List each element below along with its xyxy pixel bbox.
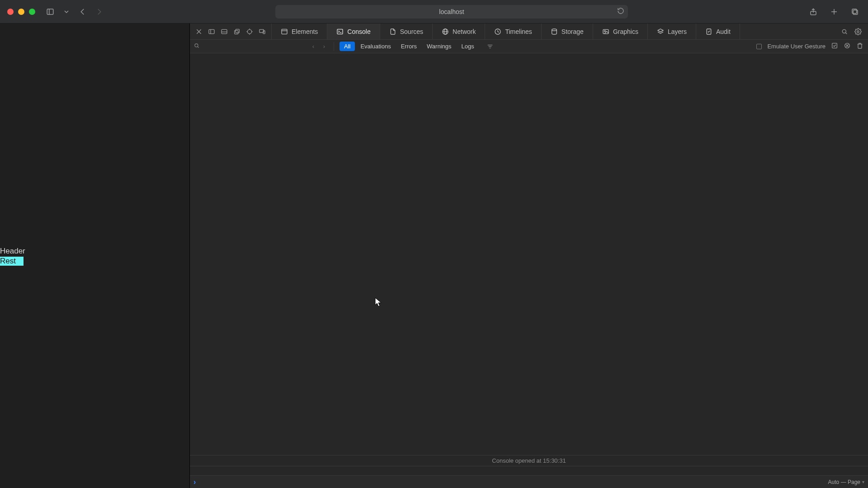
svg-point-30 — [552, 29, 557, 31]
tab-sources-label: Sources — [400, 28, 423, 35]
svg-rect-6 — [852, 9, 857, 14]
svg-point-32 — [604, 30, 606, 32]
window-minimize-button[interactable] — [18, 9, 24, 15]
tab-console[interactable]: Console — [327, 23, 380, 39]
clear-console-icon[interactable] — [844, 42, 851, 51]
tab-graphics-label: Graphics — [613, 28, 638, 35]
svg-rect-13 — [235, 30, 238, 34]
window-zoom-button[interactable] — [29, 9, 35, 15]
tab-graphics[interactable]: Graphics — [593, 23, 648, 39]
tab-timelines[interactable]: Timelines — [485, 23, 541, 39]
tab-sources[interactable]: Sources — [380, 23, 433, 39]
filter-evaluations[interactable]: Evaluations — [356, 42, 395, 51]
tab-audit-label: Audit — [716, 28, 731, 35]
svg-rect-31 — [603, 29, 609, 33]
dock-bottom-icon[interactable] — [220, 27, 229, 36]
svg-point-15 — [247, 29, 251, 33]
undock-icon[interactable] — [232, 27, 241, 36]
back-button-icon[interactable] — [77, 6, 89, 18]
svg-line-36 — [845, 33, 847, 34]
address-bar-wrap: localhost — [109, 5, 794, 19]
svg-point-37 — [857, 31, 859, 33]
console-input-row: › Auto — Page ▾ — [190, 475, 868, 488]
new-tab-icon[interactable] — [828, 6, 840, 18]
devtools-close-icon[interactable] — [194, 27, 203, 36]
tab-network-label: Network — [453, 28, 476, 35]
search-next-icon[interactable]: › — [320, 43, 328, 50]
filter-errors-label: Errors — [401, 43, 417, 50]
console-filter-input[interactable] — [203, 42, 307, 52]
svg-rect-5 — [853, 10, 858, 14]
trash-icon[interactable] — [856, 42, 863, 51]
window-titlebar: localhost — [0, 0, 868, 23]
svg-marker-33 — [658, 29, 663, 32]
filter-all-label: All — [344, 43, 350, 50]
filter-warnings-label: Warnings — [427, 43, 451, 50]
console-output-area: Console opened at 15:30:31 — [190, 53, 868, 475]
filter-errors[interactable]: Errors — [396, 42, 421, 51]
emulate-user-gesture-label: Emulate User Gesture — [767, 43, 826, 50]
window-close-button[interactable] — [7, 9, 14, 15]
dock-left-icon[interactable] — [207, 27, 216, 36]
reload-icon[interactable] — [617, 7, 624, 16]
svg-point-35 — [842, 29, 846, 33]
responsive-mode-icon[interactable] — [258, 27, 267, 36]
tab-elements-label: Elements — [292, 28, 318, 35]
devtools-lead-icons — [190, 23, 272, 39]
tab-overview-icon[interactable] — [849, 6, 861, 18]
separator — [334, 42, 334, 51]
svg-line-39 — [198, 47, 199, 48]
tab-elements[interactable]: Elements — [272, 23, 327, 39]
tab-storage-label: Storage — [561, 28, 584, 35]
svg-rect-14 — [236, 29, 239, 33]
search-prev-icon[interactable]: ‹ — [309, 43, 317, 50]
svg-rect-9 — [209, 29, 214, 33]
tab-audit[interactable]: Audit — [696, 23, 740, 39]
console-search-icon — [193, 42, 200, 50]
console-filter-chips: All Evaluations Errors Warnings Logs — [340, 42, 479, 51]
console-filter-row: ‹ › All Evaluations Errors Warnings Logs… — [190, 40, 868, 53]
tab-console-label: Console — [347, 28, 370, 35]
execution-context-selector[interactable]: Auto — Page ▾ — [828, 479, 864, 485]
page-header-text: Header — [0, 246, 189, 257]
svg-point-38 — [195, 44, 198, 47]
svg-rect-0 — [47, 9, 53, 14]
window-traffic-lights — [7, 9, 35, 15]
devtools-search-icon[interactable] — [840, 27, 849, 36]
filter-all[interactable]: All — [340, 42, 355, 51]
tab-network[interactable]: Network — [433, 23, 485, 39]
share-icon[interactable] — [807, 6, 819, 18]
svg-rect-22 — [282, 29, 287, 34]
devtools-settings-icon[interactable] — [854, 27, 863, 36]
tab-layers[interactable]: Layers — [648, 23, 696, 39]
execution-context-label: Auto — Page — [828, 479, 860, 485]
forward-button-icon — [93, 6, 105, 18]
filter-warnings[interactable]: Warnings — [422, 42, 456, 51]
titlebar-right-icons — [807, 6, 861, 18]
sidebar-toggle-icon[interactable] — [44, 6, 56, 18]
element-select-icon[interactable] — [245, 27, 254, 36]
page-rest-text: Rest — [0, 257, 24, 266]
page-viewport: Header Rest — [0, 23, 190, 488]
sidebar-options-chevron-icon[interactable] — [61, 6, 72, 18]
svg-rect-43 — [832, 43, 837, 48]
chevron-updown-icon: ▾ — [862, 479, 864, 484]
filter-logs-label: Logs — [462, 43, 474, 50]
filter-options-icon[interactable] — [485, 43, 495, 50]
preserve-log-icon[interactable] — [831, 42, 838, 51]
svg-rect-24 — [337, 29, 343, 34]
tab-layers-label: Layers — [668, 28, 687, 35]
console-opened-text: Console opened at 15:30:31 — [190, 455, 868, 466]
console-input[interactable] — [199, 479, 828, 485]
console-prompt-caret-icon: › — [193, 478, 196, 486]
filter-logs[interactable]: Logs — [457, 42, 479, 51]
devtools-trail-icons — [835, 23, 868, 39]
tab-storage[interactable]: Storage — [542, 23, 593, 39]
emulate-user-gesture-checkbox[interactable] — [756, 44, 762, 49]
address-bar[interactable]: localhost — [275, 5, 628, 19]
devtools-panel: Elements Console Sources Network Timelin… — [190, 23, 868, 488]
devtools-tabs-row: Elements Console Sources Network Timelin… — [190, 23, 868, 40]
filter-evaluations-label: Evaluations — [360, 43, 391, 50]
address-bar-text: localhost — [439, 8, 464, 15]
tab-timelines-label: Timelines — [505, 28, 532, 35]
